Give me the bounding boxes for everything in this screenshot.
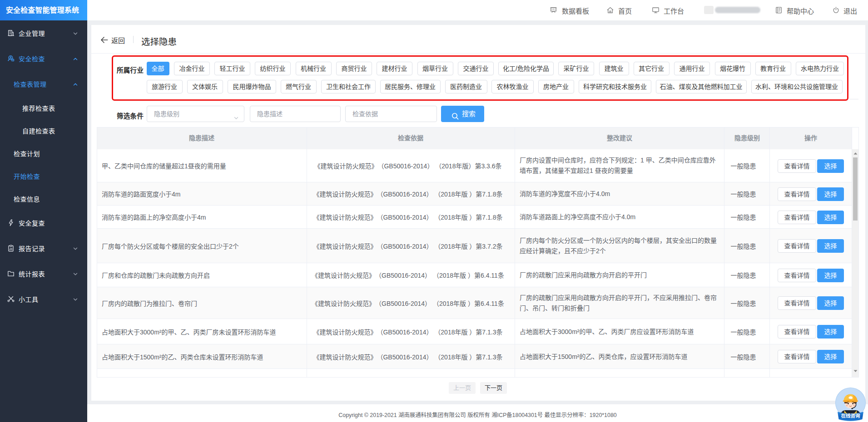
svg-text:在线咨询: 在线咨询 — [841, 413, 860, 418]
